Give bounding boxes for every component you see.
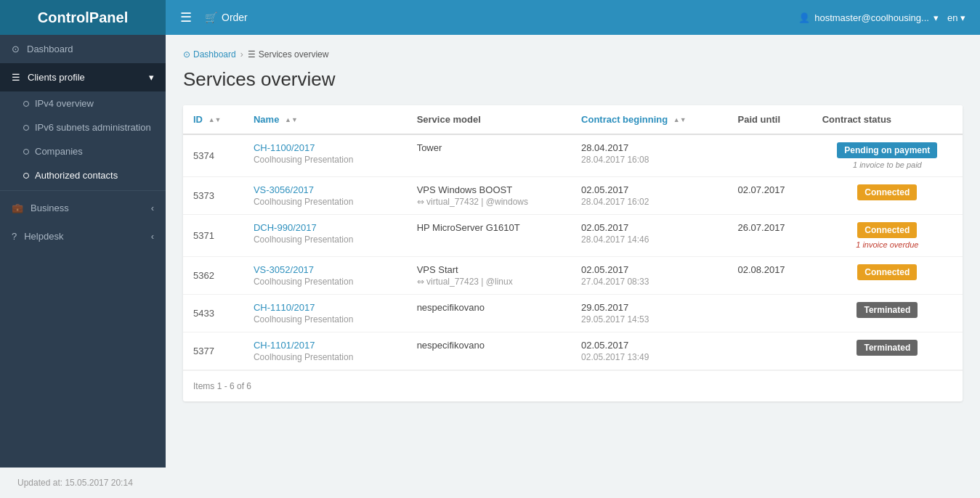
cell-name: CH-1100/2017Coolhousing Presentation (243, 134, 407, 177)
cell-paid-until: 26.07.2017 (728, 215, 812, 257)
contract-beginning-date: 28.04.2017 (581, 142, 717, 153)
col-id[interactable]: ID ▲▼ (183, 105, 243, 134)
sidebar-companies-label: Companies (35, 146, 83, 157)
service-name-sub: Coolhousing Presentation (254, 314, 397, 324)
sidebar-item-companies[interactable]: Companies (0, 139, 166, 163)
cell-contract-beginning: 02.05.201728.04.2017 14:46 (571, 215, 727, 257)
dot-icon (23, 125, 29, 131)
sidebar-item-ipv6[interactable]: IPv6 subnets administration (0, 115, 166, 139)
contract-sort-icon: ▲▼ (673, 117, 687, 123)
clients-arrow-icon: ▾ (149, 72, 154, 83)
updated-at: Updated at: 15.05.2017 20:14 (17, 478, 133, 488)
main-layout: ⊙ Dashboard ☰ Clients profile ▾ IPv4 ove… (0, 35, 980, 468)
cell-name: CH-1101/2017Coolhousing Presentation (243, 332, 407, 370)
status-badge: Connected (857, 184, 917, 200)
contract-beginning-date: 02.05.2017 (581, 264, 717, 275)
service-name-link[interactable]: CH-1100/2017 (254, 142, 315, 153)
cell-contract-beginning: 02.05.201702.05.2017 13:49 (571, 332, 727, 370)
user-menu[interactable]: 👤 hostmaster@coolhousing... ▾ (798, 12, 939, 23)
contract-beginning-date: 02.05.2017 (581, 222, 717, 233)
cell-service-model: VPS Start⇔ virtual_77423 | @linux (407, 257, 571, 295)
status-note: 1 invoice overdue (822, 240, 952, 249)
table-footer: Items 1 - 6 of 6 (183, 370, 963, 401)
breadcrumb-home-label: Dashboard (193, 49, 236, 60)
user-email: hostmaster@coolhousing... (814, 12, 929, 23)
col-service-model: Service model (407, 105, 571, 134)
cell-id: 5377 (183, 332, 243, 370)
status-badge: Terminated (857, 302, 918, 318)
sidebar-item-dashboard[interactable]: ⊙ Dashboard (0, 35, 166, 63)
status-badge: Connected (857, 264, 917, 280)
sidebar-item-authorized-contacts[interactable]: Authorized contacts (0, 163, 166, 187)
col-name[interactable]: Name ▲▼ (243, 105, 407, 134)
breadcrumb: ⊙ Dashboard › ☰ Services overview (183, 49, 963, 60)
name-sort-icon: ▲▼ (285, 117, 298, 123)
language-selector[interactable]: en ▾ (947, 12, 965, 23)
cell-name: DCH-990/2017Coolhousing Presentation (243, 215, 407, 257)
sidebar-ipv6-label: IPv6 subnets administration (35, 122, 151, 133)
service-name-link[interactable]: VS-3056/2017 (254, 184, 314, 195)
user-icon: 👤 (798, 12, 810, 23)
sidebar-helpdesk-label: Helpdesk (24, 231, 63, 242)
hamburger-icon[interactable]: ☰ (180, 9, 192, 25)
breadcrumb-home[interactable]: ⊙ Dashboard (183, 49, 236, 60)
helpdesk-arrow-icon: ‹ (151, 231, 154, 242)
user-arrow-icon: ▾ (934, 12, 939, 23)
breadcrumb-current-label: Services overview (259, 49, 329, 60)
sidebar-authorized-label: Authorized contacts (35, 170, 118, 181)
clients-icon: ☰ (12, 72, 20, 83)
breadcrumb-current: ☰ Services overview (248, 49, 329, 60)
contract-beginning-time: 29.05.2017 14:53 (581, 314, 717, 324)
services-table: ID ▲▼ Name ▲▼ Service model Contract beg… (183, 105, 963, 370)
contract-beginning-time: 28.04.2017 14:46 (581, 234, 717, 245)
contract-beginning-time: 28.04.2017 16:02 (581, 197, 717, 207)
contract-beginning-time: 28.04.2017 16:08 (581, 155, 717, 165)
cart-icon: 🛒 (205, 12, 217, 23)
cell-service-model: Tower (407, 134, 571, 177)
sidebar-item-business[interactable]: 💼 Business ‹ (0, 194, 166, 222)
sidebar-item-ipv4[interactable]: IPv4 overview (0, 91, 166, 115)
service-name-sub: Coolhousing Presentation (254, 277, 397, 287)
service-name-sub: Coolhousing Presentation (254, 352, 397, 362)
service-name-sub: Coolhousing Presentation (254, 155, 397, 165)
table-row: 5373VS-3056/2017Coolhousing Presentation… (183, 177, 963, 215)
contract-beginning-date: 29.05.2017 (581, 302, 717, 313)
cell-paid-until: 02.07.2017 (728, 177, 812, 215)
service-name-link[interactable]: VS-3052/2017 (254, 264, 314, 275)
id-sort-icon: ▲▼ (208, 117, 222, 123)
brand: ControlPanel (0, 0, 166, 35)
service-name-link[interactable]: DCH-990/2017 (254, 222, 317, 233)
sidebar-item-clients-profile[interactable]: ☰ Clients profile ▾ (0, 63, 166, 91)
table-row: 5374CH-1100/2017Coolhousing Presentation… (183, 134, 963, 177)
cell-contract-status: Terminated (812, 332, 963, 370)
service-name-link[interactable]: CH-1101/2017 (254, 340, 315, 351)
cell-name: CH-1110/2017Coolhousing Presentation (243, 295, 407, 332)
cell-id: 5362 (183, 257, 243, 295)
service-name-sub: Coolhousing Presentation (254, 234, 397, 245)
cell-contract-status: Terminated (812, 295, 963, 332)
dot-icon (23, 149, 29, 155)
lang-label: en (947, 12, 957, 23)
table-row: 5433CH-1110/2017Coolhousing Presentation… (183, 295, 963, 332)
service-name-link[interactable]: CH-1110/2017 (254, 302, 315, 313)
cell-paid-until (728, 332, 812, 370)
cell-paid-until: 02.08.2017 (728, 257, 812, 295)
contract-beginning-time: 02.05.2017 13:49 (581, 352, 717, 362)
services-table-card: ID ▲▼ Name ▲▼ Service model Contract beg… (183, 105, 963, 401)
status-badge: Pending on payment (837, 142, 937, 158)
col-contract-beginning[interactable]: Contract beginning ▲▼ (571, 105, 727, 134)
contract-beginning-date: 02.05.2017 (581, 340, 717, 351)
cell-contract-status: Pending on payment1 invoice to be paid (812, 134, 963, 177)
order-button[interactable]: 🛒 Order (205, 12, 248, 23)
status-badge: Terminated (857, 340, 918, 356)
cell-contract-beginning: 28.04.201728.04.2017 16:08 (571, 134, 727, 177)
cell-id: 5371 (183, 215, 243, 257)
cell-contract-status: Connected (812, 177, 963, 215)
sidebar-item-helpdesk[interactable]: ? Helpdesk ‹ (0, 222, 166, 250)
content-area: ⊙ Dashboard › ☰ Services overview Servic… (166, 35, 980, 468)
cell-contract-status: Connected1 invoice overdue (812, 215, 963, 257)
status-note: 1 invoice to be paid (822, 160, 952, 169)
sidebar-business-label: Business (31, 203, 69, 213)
sidebar-dashboard-label: Dashboard (27, 44, 73, 54)
cell-paid-until (728, 134, 812, 177)
